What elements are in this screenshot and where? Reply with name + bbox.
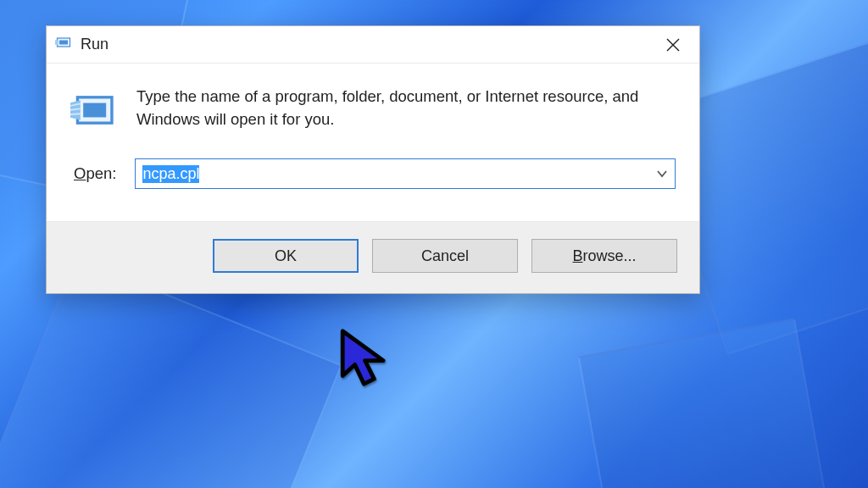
button-bar: OK Cancel Browse...: [47, 221, 699, 293]
close-button[interactable]: [654, 26, 693, 64]
open-label: Open:: [74, 164, 116, 183]
open-dropdown-button[interactable]: [649, 159, 675, 188]
ok-button[interactable]: OK: [213, 239, 359, 273]
window-title: Run: [81, 36, 108, 53]
svg-rect-1: [59, 41, 68, 45]
cancel-button[interactable]: Cancel: [372, 239, 518, 273]
run-dialog: Run Type the name of a program, folder, …: [46, 25, 700, 294]
wallpaper-shape: [578, 319, 837, 488]
cursor-icon: [336, 327, 398, 398]
close-icon: [665, 37, 681, 53]
svg-rect-5: [83, 103, 106, 118]
chevron-down-icon: [656, 168, 668, 180]
dialog-body: Type the name of a program, folder, docu…: [47, 64, 699, 221]
browse-button[interactable]: Browse...: [531, 239, 677, 273]
dialog-message: Type the name of a program, folder, docu…: [136, 86, 676, 131]
run-icon: [70, 87, 116, 133]
open-input[interactable]: [136, 159, 649, 188]
title-bar: Run: [47, 26, 699, 64]
run-icon: [55, 34, 72, 55]
message-row: Type the name of a program, folder, docu…: [70, 86, 676, 133]
open-row: Open:: [70, 158, 676, 189]
open-combobox[interactable]: [135, 158, 676, 189]
